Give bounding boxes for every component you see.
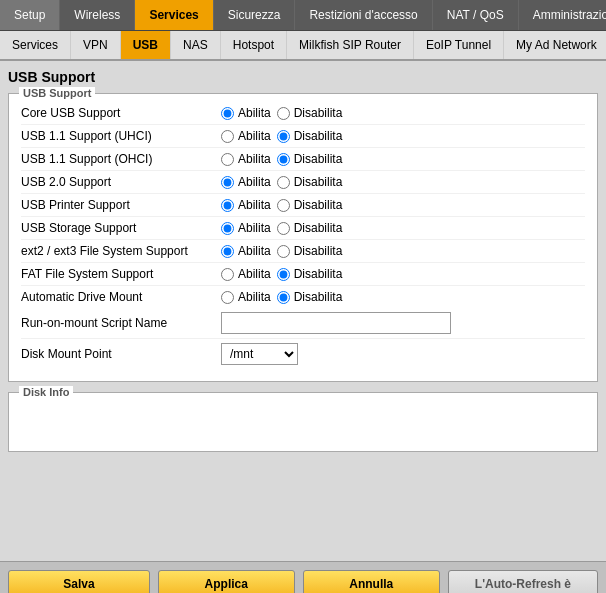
abilita-radio-label[interactable]: Abilita	[221, 244, 271, 258]
row-label: USB 2.0 Support	[21, 175, 221, 189]
bottom-bar: Salva Impostazioni Applica Modifiche Ann…	[0, 561, 606, 593]
form-rows: Core USB SupportAbilitaDisabilitaUSB 1.1…	[21, 102, 585, 308]
disabilita-label: Disabilita	[294, 152, 343, 166]
abilita-radio[interactable]	[221, 199, 234, 212]
disabilita-radio[interactable]	[277, 268, 290, 281]
abilita-radio[interactable]	[221, 222, 234, 235]
row-controls: AbilitaDisabilita	[221, 175, 342, 189]
form-row: USB 2.0 SupportAbilitaDisabilita	[21, 171, 585, 194]
run-on-mount-input[interactable]	[221, 312, 451, 334]
abilita-radio-label[interactable]: Abilita	[221, 106, 271, 120]
second-nav-item-adnetwork[interactable]: My Ad Network	[504, 31, 606, 59]
run-on-mount-label: Run-on-mount Script Name	[21, 316, 221, 330]
abilita-radio[interactable]	[221, 176, 234, 189]
autorefresh-button[interactable]: L'Auto-Refresh è On	[448, 570, 598, 593]
abilita-label: Abilita	[238, 267, 271, 281]
form-row: USB Storage SupportAbilitaDisabilita	[21, 217, 585, 240]
row-controls: AbilitaDisabilita	[221, 290, 342, 304]
abilita-radio[interactable]	[221, 245, 234, 258]
disabilita-radio-label[interactable]: Disabilita	[277, 129, 343, 143]
disk-mount-select[interactable]: /mnt/mnt/usb/media	[221, 343, 298, 365]
abilita-radio-label[interactable]: Abilita	[221, 152, 271, 166]
abilita-radio-label[interactable]: Abilita	[221, 267, 271, 281]
disabilita-radio[interactable]	[277, 176, 290, 189]
usb-support-section: USB Support Core USB SupportAbilitaDisab…	[8, 93, 598, 382]
abilita-radio-label[interactable]: Abilita	[221, 290, 271, 304]
abilita-label: Abilita	[238, 290, 271, 304]
row-label: USB 1.1 Support (UHCI)	[21, 129, 221, 143]
abilita-radio-label[interactable]: Abilita	[221, 175, 271, 189]
second-nav-item-eoip[interactable]: EoIP Tunnel	[414, 31, 504, 59]
disabilita-radio[interactable]	[277, 153, 290, 166]
top-nav-item-nat-qos[interactable]: NAT / QoS	[433, 0, 519, 30]
second-nav-item-hotspot[interactable]: Hotspot	[221, 31, 287, 59]
second-nav-item-services[interactable]: Services	[0, 31, 71, 59]
top-nav-item-sicurezza[interactable]: Sicurezza	[214, 0, 296, 30]
abilita-radio[interactable]	[221, 291, 234, 304]
disabilita-label: Disabilita	[294, 129, 343, 143]
row-controls: AbilitaDisabilita	[221, 244, 342, 258]
row-label: Core USB Support	[21, 106, 221, 120]
form-row: USB 1.1 Support (OHCI)AbilitaDisabilita	[21, 148, 585, 171]
row-label: Automatic Drive Mount	[21, 290, 221, 304]
second-nav-item-vpn[interactable]: VPN	[71, 31, 121, 59]
disabilita-radio-label[interactable]: Disabilita	[277, 106, 343, 120]
row-controls: AbilitaDisabilita	[221, 106, 342, 120]
disabilita-radio[interactable]	[277, 107, 290, 120]
top-nav-item-restrizioni[interactable]: Restizioni d'accesso	[295, 0, 432, 30]
disabilita-radio-label[interactable]: Disabilita	[277, 198, 343, 212]
abilita-radio[interactable]	[221, 268, 234, 281]
disabilita-radio-label[interactable]: Disabilita	[277, 267, 343, 281]
row-label: USB 1.1 Support (OHCI)	[21, 152, 221, 166]
top-nav-item-amministrazione[interactable]: Amministrazio...	[519, 0, 606, 30]
second-navigation: ServicesVPNUSBNASHotspotMilkfish SIP Rou…	[0, 31, 606, 61]
top-nav-item-setup[interactable]: Setup	[0, 0, 60, 30]
top-navigation: SetupWirelessServicesSicurezzaRestizioni…	[0, 0, 606, 31]
abilita-radio-label[interactable]: Abilita	[221, 129, 271, 143]
disabilita-radio[interactable]	[277, 130, 290, 143]
cancel-button[interactable]: Annulla Modifiche	[303, 570, 440, 593]
row-controls: AbilitaDisabilita	[221, 221, 342, 235]
disabilita-radio-label[interactable]: Disabilita	[277, 221, 343, 235]
second-nav-item-milkfish[interactable]: Milkfish SIP Router	[287, 31, 414, 59]
disabilita-radio-label[interactable]: Disabilita	[277, 152, 343, 166]
form-row: USB 1.1 Support (UHCI)AbilitaDisabilita	[21, 125, 585, 148]
abilita-radio[interactable]	[221, 130, 234, 143]
top-nav-item-wireless[interactable]: Wireless	[60, 0, 135, 30]
abilita-radio-label[interactable]: Abilita	[221, 198, 271, 212]
disabilita-radio[interactable]	[277, 291, 290, 304]
disabilita-radio[interactable]	[277, 245, 290, 258]
row-controls: AbilitaDisabilita	[221, 267, 342, 281]
abilita-radio[interactable]	[221, 153, 234, 166]
disabilita-radio-label[interactable]: Disabilita	[277, 175, 343, 189]
top-nav-item-services[interactable]: Services	[135, 0, 213, 30]
row-label: ext2 / ext3 File System Support	[21, 244, 221, 258]
abilita-label: Abilita	[238, 244, 271, 258]
abilita-label: Abilita	[238, 198, 271, 212]
form-row: FAT File System SupportAbilitaDisabilita	[21, 263, 585, 286]
row-controls: AbilitaDisabilita	[221, 129, 342, 143]
second-nav-item-usb[interactable]: USB	[121, 31, 171, 59]
abilita-label: Abilita	[238, 221, 271, 235]
abilita-radio[interactable]	[221, 107, 234, 120]
form-row: USB Printer SupportAbilitaDisabilita	[21, 194, 585, 217]
disabilita-radio-label[interactable]: Disabilita	[277, 244, 343, 258]
save-button[interactable]: Salva Impostazioni	[8, 570, 150, 593]
apply-button[interactable]: Applica Modifiche	[158, 570, 295, 593]
disabilita-label: Disabilita	[294, 244, 343, 258]
row-label: USB Storage Support	[21, 221, 221, 235]
run-on-mount-controls	[221, 312, 451, 334]
run-on-mount-row: Run-on-mount Script Name	[21, 308, 585, 339]
row-controls: AbilitaDisabilita	[221, 198, 342, 212]
abilita-radio-label[interactable]: Abilita	[221, 221, 271, 235]
disabilita-radio[interactable]	[277, 199, 290, 212]
abilita-label: Abilita	[238, 106, 271, 120]
second-nav-item-nas[interactable]: NAS	[171, 31, 221, 59]
disabilita-label: Disabilita	[294, 175, 343, 189]
disabilita-radio-label[interactable]: Disabilita	[277, 290, 343, 304]
disk-info-legend: Disk Info	[19, 386, 73, 398]
row-label: FAT File System Support	[21, 267, 221, 281]
row-controls: AbilitaDisabilita	[221, 152, 342, 166]
row-label: USB Printer Support	[21, 198, 221, 212]
disabilita-radio[interactable]	[277, 222, 290, 235]
